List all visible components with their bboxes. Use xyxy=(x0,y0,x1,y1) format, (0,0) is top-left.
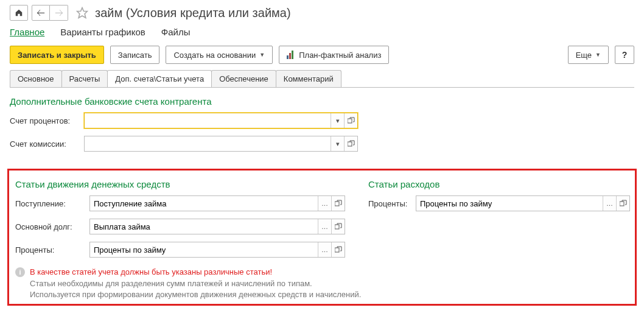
chart-icon xyxy=(287,51,295,59)
menu-files[interactable]: Файлы xyxy=(161,27,191,37)
inflow-label: Поступление: xyxy=(15,199,89,208)
ellipsis-icon[interactable]: … xyxy=(603,196,616,211)
ellipsis-icon[interactable]: … xyxy=(318,196,331,211)
more-label: Еще xyxy=(576,51,592,60)
commission-account-input[interactable] xyxy=(85,136,331,151)
svg-rect-6 xyxy=(620,202,624,206)
create-based-label: Создать на основании xyxy=(173,51,256,60)
more-button[interactable]: Еще ▼ xyxy=(568,46,609,64)
open-ref-icon[interactable] xyxy=(331,242,345,257)
home-button[interactable] xyxy=(10,5,28,21)
menu-variants[interactable]: Варианты графиков xyxy=(60,27,145,37)
expense-title: Статьи расходов xyxy=(368,179,630,189)
principal-input[interactable] xyxy=(90,219,318,234)
tab-main[interactable]: Основное xyxy=(10,70,62,87)
bank-accounts-title: Дополнительные банковские счета контраге… xyxy=(10,96,634,107)
tab-calc[interactable]: Расчеты xyxy=(61,70,108,87)
cashflow-title: Статьи движения денежных средств xyxy=(15,179,350,189)
warning-text: В качестве статей учета должны быть указ… xyxy=(30,267,272,276)
svg-marker-0 xyxy=(77,8,88,18)
forward-button[interactable]: 🡢 xyxy=(50,5,68,21)
principal-label: Основной долг: xyxy=(15,222,89,231)
back-button[interactable]: 🡠 xyxy=(32,5,50,21)
save-close-button[interactable]: Записать и закрыть xyxy=(10,46,104,64)
ellipsis-icon[interactable]: … xyxy=(318,219,331,234)
tab-accounts[interactable]: Доп. счета\Статьи учета xyxy=(107,70,212,87)
dropdown-icon[interactable]: ▾ xyxy=(331,113,344,128)
exp-interest-input[interactable] xyxy=(416,196,603,211)
open-ref-icon[interactable] xyxy=(331,219,345,234)
favorite-star-icon[interactable] xyxy=(74,5,90,21)
chevron-down-icon: ▼ xyxy=(595,52,601,58)
interest-account-input[interactable] xyxy=(85,113,331,128)
interest-label: Проценты: xyxy=(15,245,89,255)
open-ref-icon[interactable] xyxy=(616,196,629,211)
create-based-button[interactable]: Создать на основании ▼ xyxy=(166,46,273,64)
menu-main[interactable]: Главное xyxy=(10,27,44,37)
svg-rect-3 xyxy=(335,202,339,206)
dropdown-icon[interactable]: ▾ xyxy=(331,136,344,151)
exp-interest-label: Проценты: xyxy=(368,199,416,208)
save-button[interactable]: Записать xyxy=(110,46,160,64)
open-ref-icon[interactable] xyxy=(331,196,345,211)
tab-collateral[interactable]: Обеспечение xyxy=(211,70,276,87)
svg-rect-1 xyxy=(348,119,352,123)
page-title: займ (Условия кредита или займа) xyxy=(95,6,291,20)
help-button[interactable]: ? xyxy=(615,46,634,64)
interest-input[interactable] xyxy=(90,242,318,257)
open-ref-icon[interactable] xyxy=(344,136,357,151)
svg-rect-2 xyxy=(348,142,352,146)
help-text-1: Статьи необходимы для разделения сумм пл… xyxy=(30,278,629,289)
tab-comment[interactable]: Комментарий xyxy=(276,70,341,87)
chevron-down-icon: ▼ xyxy=(259,52,265,58)
plan-fact-label: План-фактный анализ xyxy=(299,51,381,60)
help-text-2: Используется при формировании документов… xyxy=(30,289,629,300)
svg-rect-4 xyxy=(335,225,339,229)
ellipsis-icon[interactable]: … xyxy=(318,242,331,257)
svg-rect-5 xyxy=(335,248,339,252)
commission-account-label: Счет комиссии: xyxy=(10,139,84,149)
inflow-input[interactable] xyxy=(90,196,318,211)
interest-account-label: Счет процентов: xyxy=(10,116,84,125)
info-icon: i xyxy=(15,267,25,277)
plan-fact-button[interactable]: План-фактный анализ xyxy=(279,46,389,64)
open-ref-icon[interactable] xyxy=(344,113,357,128)
